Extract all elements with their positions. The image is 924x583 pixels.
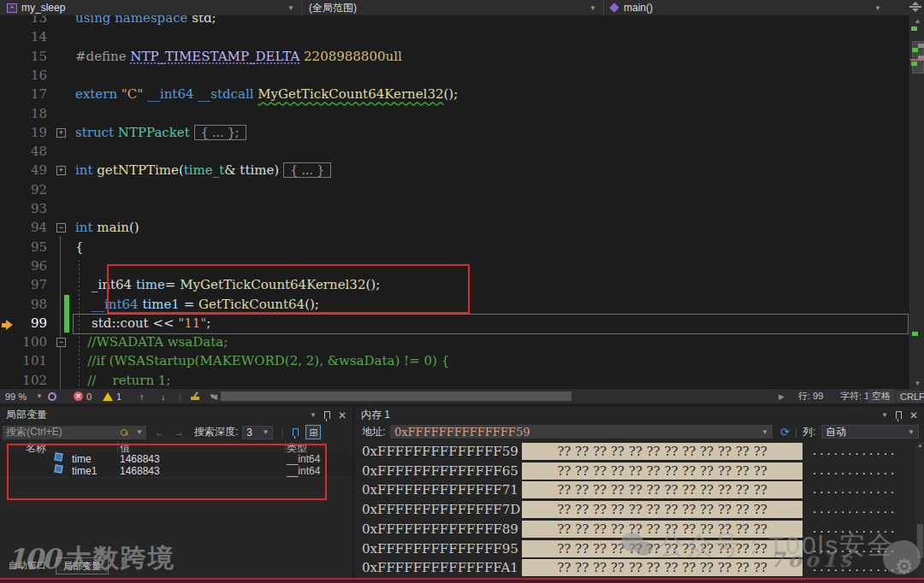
code-line-93[interactable]: 93 [0, 199, 909, 218]
search-input[interactable]: 搜索(Ctrl+E) ▼ [3, 426, 146, 439]
locals-panel-header[interactable]: 局部变量 ▼ ✕ [0, 407, 352, 423]
editor-split-handle[interactable] [909, 1, 921, 14]
scroll-up-icon[interactable]: ▲ [910, 17, 924, 25]
line-number: 98 [0, 295, 47, 314]
scroll-down-icon[interactable]: ▼ [910, 380, 924, 387]
memory-row[interactable]: 0xFFFFFFFFFFFFFF7D?? ?? ?? ?? ?? ?? ?? ?… [355, 500, 924, 519]
memory-address: 0xFFFFFFFFFFFFFF95 [362, 539, 518, 558]
memory-row[interactable]: 0xFFFFFFFFFFFFFF89?? ?? ?? ?? ?? ?? ?? ?… [355, 520, 924, 539]
format-toggle-icon[interactable]: ⊞ [305, 425, 321, 439]
memory-ascii: . . . . . . . . . . . . [813, 558, 894, 577]
horizontal-scrollbar[interactable] [221, 392, 775, 401]
code-line-13[interactable]: 13using namespace std; [0, 15, 909, 27]
code-editor[interactable]: 13using namespace std;1415#define NTP_TI… [0, 15, 909, 389]
flag-pin-icon[interactable] [288, 426, 302, 439]
nav-back-icon[interactable]: ← [155, 427, 165, 439]
memory-panel-header[interactable]: 内存 1 ▼ ✕ [355, 407, 924, 423]
member-dropdown[interactable]: main() ▼ [604, 0, 905, 15]
code-text: //if (WSAStartup(MAKEWORD(2, 2), &wsaDat… [75, 351, 449, 370]
chevron-down-icon[interactable]: ▼ [876, 411, 888, 419]
editor-vertical-scrollbar[interactable]: ▲ ▼ [909, 15, 924, 389]
code-line-95[interactable]: 95{ [0, 238, 909, 256]
status-line-ending[interactable]: CRLF [896, 389, 924, 403]
project-dropdown[interactable]: + my_sleep ▼ [0, 0, 302, 15]
code-text: //WSADATA wsaData; [75, 333, 228, 351]
close-icon[interactable]: ✕ [338, 409, 346, 421]
change-tracker-bar [64, 295, 69, 314]
scrollbar-thumb[interactable] [917, 524, 923, 558]
code-line-48[interactable]: 48 [0, 142, 909, 161]
error-indicator[interactable]: ✕ 0 [74, 389, 92, 403]
refresh-icon[interactable]: ⟳ [780, 426, 790, 439]
memory-bytes[interactable]: ?? ?? ?? ?? ?? ?? ?? ?? ?? ?? ?? ?? [522, 559, 803, 576]
memory-ascii: . . . . . . . . . . . . [813, 520, 894, 539]
memory-bytes[interactable]: ?? ?? ?? ?? ?? ?? ?? ?? ?? ?? ?? ?? [522, 462, 803, 480]
search-depth-select[interactable]: 3▼ [242, 426, 273, 439]
scope-name: (全局范围) [309, 1, 357, 15]
code-line-102[interactable]: 102 // return 1; [0, 371, 909, 389]
code-line-15[interactable]: 15#define NTP_TIMESTAMP_DELTA 2208988800… [0, 47, 909, 66]
memory-row[interactable]: 0xFFFFFFFFFFFFFFA1?? ?? ?? ?? ?? ?? ?? ?… [355, 558, 924, 577]
warning-indicator[interactable]: 1 [103, 389, 121, 403]
memory-bytes[interactable]: ?? ?? ?? ?? ?? ?? ?? ?? ?? ?? ?? ?? [522, 481, 803, 498]
memory-row[interactable]: 0xFFFFFFFFFFFFFF95?? ?? ?? ?? ?? ?? ?? ?… [355, 539, 924, 558]
pin-icon[interactable] [324, 411, 330, 419]
divider: | [281, 427, 283, 439]
document-health-icon[interactable] [48, 389, 56, 403]
code-line-49[interactable]: 49+int getNTPTime(time_t& ttime){ ... } [0, 161, 909, 180]
fold-marker[interactable]: − [56, 223, 66, 233]
line-number: 94 [0, 218, 47, 237]
code-line-19[interactable]: 19+struct NTPPacket{ ... }; [0, 123, 909, 142]
zoom-select[interactable]: 99 %▼ [5, 389, 43, 403]
scope-dropdown[interactable]: (全局范围) ▼ [302, 0, 604, 15]
code-line-94[interactable]: 94−int main() [0, 218, 909, 237]
memory-row[interactable]: 0xFFFFFFFFFFFFFF59?? ?? ?? ?? ?? ?? ?? ?… [355, 442, 924, 461]
memory-row[interactable]: 0xFFFFFFFFFFFFFF71?? ?? ?? ?? ?? ?? ?? ?… [355, 480, 924, 499]
tool-window-tab-active[interactable]: 局部变量 [56, 557, 109, 574]
scroll-mark-green [912, 48, 918, 52]
code-line-17[interactable]: 17extern "C" __int64 __stdcall MyGetTick… [0, 85, 909, 103]
code-line-14[interactable]: 14 [0, 27, 909, 46]
line-number: 17 [0, 85, 47, 103]
code-line-16[interactable]: 16 [0, 66, 909, 85]
memory-bytes[interactable]: ?? ?? ?? ?? ?? ?? ?? ?? ?? ?? ?? ?? [522, 540, 803, 557]
memory-bytes[interactable]: ?? ?? ?? ?? ?? ?? ?? ?? ?? ?? ?? ?? [522, 501, 803, 518]
address-input[interactable]: 0xFFFFFFFFFFFFFF59 ▼ [390, 425, 773, 439]
hscroll-right-icon[interactable]: ▶ [779, 389, 785, 403]
status-spaces[interactable]: 空格 [868, 389, 895, 403]
scroll-up-icon[interactable]: ▲ [917, 442, 923, 448]
chevron-down-icon[interactable]: ▼ [756, 428, 768, 436]
pin-icon[interactable] [896, 411, 902, 419]
prev-issue-button[interactable]: ↑ [139, 389, 145, 403]
hscroll-left-icon[interactable]: ◀ [211, 389, 217, 403]
hscroll-thumb[interactable] [221, 392, 572, 401]
fold-marker[interactable]: + [56, 166, 66, 175]
code-line-92[interactable]: 92 [0, 180, 909, 199]
code-line-18[interactable]: 18 [0, 104, 909, 123]
line-number: 49 [0, 161, 47, 180]
project-name: my_sleep [21, 2, 65, 14]
code-line-101[interactable]: 101 //if (WSAStartup(MAKEWORD(2, 2), &ws… [0, 351, 909, 370]
chevron-down-icon[interactable]: ▼ [131, 428, 143, 436]
memory-bytes[interactable]: ?? ?? ?? ?? ?? ?? ?? ?? ?? ?? ?? ?? [522, 521, 803, 538]
current-statement-highlight [73, 314, 909, 334]
memory-ascii: . . . . . . . . . . . . [813, 480, 894, 499]
divider: | [179, 389, 181, 403]
memory-bytes[interactable]: ?? ?? ?? ?? ?? ?? ?? ?? ?? ?? ?? ?? [522, 443, 803, 460]
code-line-100[interactable]: 100− //WSADATA wsaData; [0, 333, 909, 351]
tool-window-tab-inactive[interactable]: 自动窗口 [2, 557, 53, 573]
fold-marker[interactable]: − [56, 338, 66, 347]
next-issue-button[interactable]: ↓ [161, 389, 166, 403]
fold-marker[interactable]: + [56, 128, 66, 138]
close-icon[interactable]: ✕ [909, 409, 918, 421]
columns-select[interactable]: 自动▼ [821, 425, 919, 439]
editor-navigation-bar: + my_sleep ▼ (全局范围) ▼ main() ▼ [0, 0, 924, 15]
gear-icon[interactable]: ⚙ [895, 555, 914, 579]
address-label: 地址: [362, 425, 385, 439]
memory-address: 0xFFFFFFFFFFFFFF7D [362, 500, 520, 519]
nav-forward-icon[interactable]: → [174, 427, 184, 439]
line-number: 19 [0, 123, 47, 142]
chevron-down-icon[interactable]: ▼ [305, 411, 317, 419]
memory-row[interactable]: 0xFFFFFFFFFFFFFF65?? ?? ?? ?? ?? ?? ?? ?… [355, 462, 924, 480]
memory-scrollbar[interactable]: ▲ [916, 442, 924, 579]
